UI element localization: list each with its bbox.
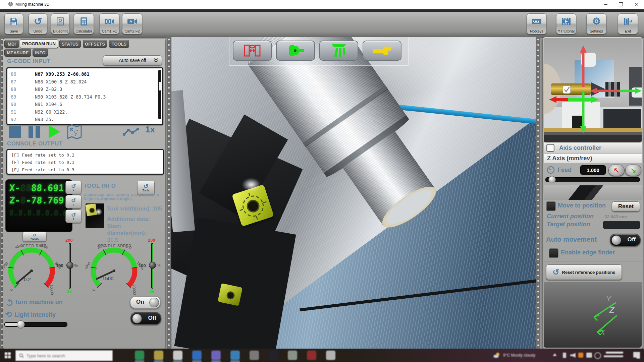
tray-expand-icon[interactable] xyxy=(553,353,557,356)
divider xyxy=(544,261,642,261)
pause-button[interactable] xyxy=(29,126,40,138)
taskbar-app-icon[interactable] xyxy=(326,351,335,360)
dro-reset-z-button[interactable]: ↺z xyxy=(65,195,82,208)
search-icon xyxy=(19,353,24,358)
svg-text:10000: 10000 xyxy=(49,284,54,295)
taskbar-app-icon[interactable] xyxy=(173,351,182,360)
cam1-button[interactable]: Cam1 F1 xyxy=(99,13,119,34)
axis-controller-checkbox[interactable] xyxy=(546,144,554,152)
taskbar-app-icon[interactable] xyxy=(250,351,259,360)
tray-clock-icon[interactable] xyxy=(594,352,601,359)
jog-positive-button[interactable]: ↘ xyxy=(625,165,641,176)
console-output: [F] Feed rate set to 0.2 [F] Feed rate s… xyxy=(6,149,164,175)
tray-volume-icon[interactable] xyxy=(570,353,576,358)
reset-reference-button[interactable]: ↺ Reset reference positions xyxy=(546,264,622,280)
hotkeys-button[interactable]: Hotkeys xyxy=(527,13,547,34)
tray-lang-icon[interactable] xyxy=(586,353,592,358)
tab-status[interactable]: STATUS xyxy=(59,40,81,48)
playback-speed[interactable]: 1x xyxy=(145,124,155,135)
dro-reset-z2-button[interactable]: ↺z xyxy=(65,209,82,223)
play-button[interactable] xyxy=(49,125,60,138)
jog-negative-button[interactable]: ↖ xyxy=(608,165,625,176)
light-intensity-slider[interactable] xyxy=(4,322,67,327)
close-button[interactable]: ✕ xyxy=(629,0,644,9)
settings-button[interactable]: ⚙ Settings xyxy=(586,13,606,34)
axis-reset-button[interactable]: Reset xyxy=(612,201,640,212)
taskbar-app-icon[interactable] xyxy=(230,351,240,360)
taskbar-app-icon[interactable] xyxy=(154,351,163,360)
minimize-button[interactable] xyxy=(598,0,613,9)
tab-tools[interactable]: TOOLS xyxy=(109,40,129,48)
weather-widget[interactable]: 9°C Mostly cloudy xyxy=(493,352,535,359)
override-knob[interactable] xyxy=(66,262,73,269)
taskbar-app-icon[interactable] xyxy=(135,351,144,360)
feed-override-slider[interactable]: 200 100 % 25 xyxy=(61,238,79,295)
gcode-line: 89N90 X103.628 Z-83.714 F0.3 xyxy=(7,93,162,101)
undo-button[interactable]: ↺ Undo xyxy=(29,13,47,34)
move-to-position-checkbox[interactable] xyxy=(546,201,556,211)
gcode-scroll-thumb[interactable] xyxy=(159,82,161,90)
light-slider-knob[interactable] xyxy=(17,320,25,328)
taskbar-app-icon[interactable] xyxy=(211,351,221,360)
machine-power-toggle[interactable]: On xyxy=(130,296,161,309)
tailstock-button[interactable] xyxy=(363,41,401,61)
coolant-button[interactable] xyxy=(319,41,358,61)
tray-bluetooth-icon[interactable] xyxy=(563,353,566,358)
blueprint-button[interactable]: Blueprint xyxy=(51,13,70,34)
light-toggle[interactable]: Off xyxy=(130,312,161,325)
taskbar-app-icon[interactable] xyxy=(288,351,297,360)
current-position-label: Current position xyxy=(547,213,594,220)
taskbar-app-icon[interactable] xyxy=(192,351,202,360)
exit-button[interactable]: Exit xyxy=(618,13,638,34)
clock-date-blur[interactable] xyxy=(604,355,623,357)
app-window: Milling machine 3D ✕ Save ↺ Undo Bluepri… xyxy=(0,0,644,362)
z-axis-header: Z Axis (mm/rev) xyxy=(544,154,642,163)
tab-mdi[interactable]: MDI xyxy=(4,40,19,48)
axis-controller-header: Axis controller xyxy=(544,142,642,154)
arrow-up-left-icon: ↖ xyxy=(613,166,620,174)
viewport-3d[interactable] xyxy=(171,37,536,349)
tab-offsets[interactable]: OFFSETS xyxy=(83,40,107,48)
tab-info[interactable]: INFO xyxy=(33,49,48,57)
start-button[interactable] xyxy=(5,352,11,358)
feed-value-box[interactable]: 1.000 xyxy=(580,165,606,175)
dro-reset-x-button[interactable]: ↺x xyxy=(65,181,82,194)
weather-icon xyxy=(493,352,500,359)
target-position-input[interactable] xyxy=(603,221,640,229)
show-path-button[interactable] xyxy=(123,128,139,138)
autosave-dropdown[interactable]: Auto save off xyxy=(103,55,162,65)
taskbar-app-indicator xyxy=(173,361,182,362)
override-knob[interactable] xyxy=(149,262,156,269)
target-position-label: Target position xyxy=(547,221,590,228)
gcode-scrollbar[interactable] xyxy=(158,70,161,119)
tab-measure[interactable]: MEASURE xyxy=(4,49,31,57)
tray-orange-icon[interactable] xyxy=(578,353,583,358)
steady-rest-button[interactable] xyxy=(233,41,272,61)
taskbar-search[interactable]: Type here to search xyxy=(15,350,113,361)
maximize-button[interactable] xyxy=(613,0,629,9)
edge-finder-checkbox[interactable] xyxy=(549,248,558,258)
feed-slider-knob[interactable] xyxy=(548,176,556,183)
autosave-label: Auto save off xyxy=(119,58,146,63)
gcode-editor[interactable]: 86N87 X99.253 Z-80.881 87N88 X100.8 Z-82… xyxy=(6,67,163,125)
toggle-knob xyxy=(149,298,159,307)
yt-tutorial-button[interactable]: YT tutorial xyxy=(556,13,576,34)
tools-reset-button[interactable]: ↺Tools xyxy=(137,181,155,195)
toolpath-map-button[interactable] xyxy=(67,124,82,141)
notification-icon[interactable] xyxy=(633,352,640,359)
save-button[interactable]: Save xyxy=(4,13,23,34)
cam2-button[interactable]: Cam2 F2 xyxy=(122,13,142,34)
clock-time-blur[interactable] xyxy=(606,352,623,354)
auto-movement-toggle[interactable]: Off xyxy=(610,234,641,246)
chuck-button[interactable] xyxy=(276,41,315,61)
taskbar-app-icon[interactable] xyxy=(307,351,316,360)
spindle-override-slider[interactable]: 200 100 % 25 xyxy=(143,238,161,295)
console-line: [F] Feed rate set to 0.2 xyxy=(7,152,163,159)
power-label: Turn machine on xyxy=(14,299,63,306)
taskbar-app-icon[interactable] xyxy=(269,351,278,360)
feed-reset-button[interactable]: ↺Reset xyxy=(22,232,47,242)
tab-program-run[interactable]: PROGRAM RUN xyxy=(20,39,58,48)
feed-slider[interactable] xyxy=(545,177,640,182)
calculator-button[interactable]: Calculator xyxy=(74,13,94,34)
stop-button[interactable] xyxy=(9,126,21,138)
